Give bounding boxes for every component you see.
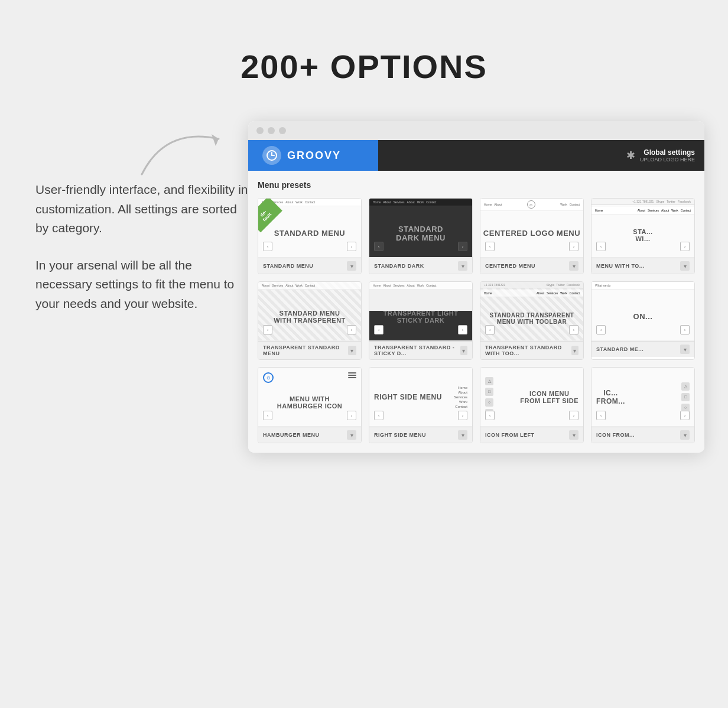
nav-arrow-right-dark[interactable]: › <box>458 242 467 251</box>
preset-label-transparent: STANDARD MENUWITH TRANSPERENT <box>274 310 346 324</box>
nav-arrow-right-hamburger[interactable]: › <box>347 411 356 420</box>
nav-arrow-right[interactable]: › <box>347 242 356 251</box>
preset-card-top[interactable]: +1 321 7891321 Skype Twitter Facebook Ho… <box>591 198 695 274</box>
preset-card-dark[interactable]: Home About Services About Work Contact S… <box>369 198 473 274</box>
nav-arrows-iconleft: ‹ › <box>480 411 583 420</box>
nav-arrow-left-iconleft[interactable]: ‹ <box>485 411 495 420</box>
footer-transparent: TRANSPARENT STANDARD MENU ▾ <box>258 341 361 359</box>
nav-arrow-right-top[interactable]: › <box>680 242 690 251</box>
footer-dropdown-transparent[interactable]: ▾ <box>348 346 356 355</box>
preset-card-sticky[interactable]: Home About Services About Work Contact T… <box>369 281 473 360</box>
nav-arrow-left-top[interactable]: ‹ <box>596 242 606 251</box>
footer-dropdown-rightside[interactable]: ▾ <box>458 430 467 440</box>
nav-arrows-standard: ‹ › <box>258 242 361 251</box>
hamburger-icon-area <box>348 372 356 378</box>
nav-arrow-left-centered[interactable]: ‹ <box>485 242 495 251</box>
footer-dropdown-iconleft[interactable]: ▾ <box>569 430 578 440</box>
nav-arrow-left-iconright[interactable]: ‹ <box>596 411 606 420</box>
preview-dark: Home About Services About Work Contact S… <box>369 199 472 258</box>
footer-label-toolbar: TRANSPARENT STANDARD WITH TOO... <box>485 345 571 356</box>
nav-arrow-right-iconleft[interactable]: › <box>569 411 578 420</box>
footer-label-rightside: RIGHT SIDE MENU <box>374 432 426 438</box>
nav-arrow-left-sticky[interactable]: ‹ <box>374 325 384 334</box>
preview-toolbar: +1 321 7891321 Skype Twitter Facebook Ho… <box>480 282 583 341</box>
footer-label-standard: STANDARD MENU <box>263 263 313 269</box>
browser-bar <box>248 121 704 140</box>
preview-standard-right: What we do ON... ‹ › <box>592 282 694 341</box>
app-header: GROOVY ✱ Global settings UPLOAD LOGO HER… <box>248 140 704 171</box>
footer-dropdown-toolbar[interactable]: ▾ <box>571 346 578 355</box>
hamburger-lines <box>348 372 356 378</box>
footer-dropdown-standard[interactable]: ▾ <box>347 261 356 271</box>
preset-card-hamburger[interactable]: ⊙ MENU WITHHAMBURGER ICON <box>258 367 362 443</box>
footer-top: MENU WITH TO... ▾ <box>592 258 694 274</box>
footer-dropdown-top[interactable]: ▾ <box>680 261 690 271</box>
app-header-right: ✱ Global settings UPLOAD LOGO HERE <box>378 140 704 171</box>
footer-dropdown-iconright[interactable]: ▾ <box>680 430 690 440</box>
icon-list-right: △ □ ○ <box>681 382 690 412</box>
preset-card-iconright[interactable]: IC...FROM... △ □ ○ ‹ › <box>591 367 695 443</box>
nav-arrow-left-transp[interactable]: ‹ <box>263 325 272 334</box>
nav-arrow-right-centered[interactable]: › <box>569 242 578 251</box>
mini-nav-items-centered-r: Work Contact <box>560 203 580 206</box>
footer-dropdown-dark[interactable]: ▾ <box>458 261 467 271</box>
nav-arrow-right-sticky[interactable]: › <box>458 325 467 334</box>
preset-card-standard-right[interactable]: What we do ON... ‹ › STANDARD ME... ▾ <box>591 281 695 360</box>
preset-card-standard[interactable]: de-fault About Services About Work Conta… <box>258 198 362 274</box>
preset-card-iconleft[interactable]: △ □ ○ ▷ ICON MENUFROM LEFT SIDE ‹ › <box>480 367 584 443</box>
nav-arrow-left-toolbar[interactable]: ‹ <box>485 325 495 334</box>
preview-hamburger: ⊙ MENU WITHHAMBURGER ICON <box>258 368 361 427</box>
preset-label-standard: STANDARD MENU <box>274 229 345 238</box>
preset-card-centered[interactable]: Home About ⊙ Work Contact CENTERED LOGO … <box>480 198 584 274</box>
left-column: User-friendly interface, and flexibility… <box>24 121 248 331</box>
nav-arrow-right-transp[interactable]: › <box>347 325 356 334</box>
footer-dropdown-sr[interactable]: ▾ <box>680 345 690 354</box>
mini-nav-items-transparent: About Services About Work Contact <box>262 284 315 287</box>
footer-dropdown-centered[interactable]: ▾ <box>569 261 578 271</box>
preset-label-rightside: RIGHT SIDE MENU <box>374 393 442 401</box>
preset-label-dark: STANDARDDARK MENU <box>396 225 446 242</box>
preset-label-sr: ON... <box>633 312 653 321</box>
nav-arrow-left-hamburger[interactable]: ‹ <box>263 411 272 420</box>
mini-nav-items-sr: What we do <box>595 284 610 287</box>
nav-arrow-left[interactable]: ‹ <box>263 242 272 251</box>
preset-card-toolbar[interactable]: +1 321 7891321 Skype Twitter Facebook Ho… <box>480 281 584 360</box>
nav-arrow-right-rightside[interactable]: › <box>458 411 467 420</box>
nav-arrow-right-toolbar[interactable]: › <box>569 325 578 334</box>
preset-card-transparent[interactable]: About Services About Work Contact STANDA… <box>258 281 362 360</box>
hamburger-line-1 <box>348 372 356 374</box>
nav-arrow-left-rightside[interactable]: ‹ <box>374 411 384 420</box>
footer-standard: STANDARD MENU ▾ <box>258 258 361 274</box>
footer-hamburger: HAMBURGER MENU ▾ <box>258 427 361 443</box>
preview-iconleft: △ □ ○ ▷ ICON MENUFROM LEFT SIDE ‹ › <box>480 368 583 427</box>
footer-dropdown-hamburger[interactable]: ▾ <box>347 430 356 440</box>
menu-presets-title: Menu presets <box>258 180 695 190</box>
footer-iconleft: ICON FROM LEFT ▾ <box>480 427 583 443</box>
footer-label-sr: STANDARD ME... <box>596 346 644 352</box>
nav-arrows-sr: ‹ › <box>592 325 694 334</box>
nav-arrow-left-dark[interactable]: ‹ <box>374 242 384 251</box>
footer-dropdown-sticky[interactable]: ▾ <box>460 346 467 355</box>
global-settings-text: Global settings UPLOAD LOGO HERE <box>640 148 695 163</box>
mini-nav-items-sticky: Home About Services About Work Contact <box>373 284 437 287</box>
footer-label-dark: STANDARD DARK <box>374 263 424 269</box>
nav-arrows-sticky: ‹ › <box>369 325 472 334</box>
icon-item-r1: △ <box>681 382 690 391</box>
center-logo-icon: ⊙ <box>527 200 535 209</box>
preset-label-iconleft: ICON MENUFROM LEFT SIDE <box>520 390 578 404</box>
toolbar-top: +1 321 7891321 Skype Twitter Facebook <box>480 282 583 288</box>
nav-arrow-right-sr[interactable]: › <box>680 325 690 334</box>
nav-arrow-left-sr[interactable]: ‹ <box>596 325 606 334</box>
app-logo-section: GROOVY <box>248 140 378 171</box>
nav-arrows-rightside: ‹ › <box>369 411 472 420</box>
preview-rightside: RIGHT SIDE MENU Home About Services Work… <box>369 368 472 427</box>
toolbar-links: Skype Twitter Facebook <box>546 283 580 287</box>
nav-arrow-right-iconright[interactable]: › <box>680 411 690 420</box>
preview-transparent: About Services About Work Contact STANDA… <box>258 282 361 341</box>
preview-top: +1 321 7891321 Skype Twitter Facebook Ho… <box>592 199 694 258</box>
preview-centered: Home About ⊙ Work Contact CENTERED LOGO … <box>480 199 583 258</box>
nav-arrows-iconright: ‹ › <box>592 411 694 420</box>
nav-arrows-hamburger: ‹ › <box>258 411 361 420</box>
preset-card-rightside[interactable]: RIGHT SIDE MENU Home About Services Work… <box>369 367 473 443</box>
mini-nav-items-centered: Home About <box>484 203 502 206</box>
